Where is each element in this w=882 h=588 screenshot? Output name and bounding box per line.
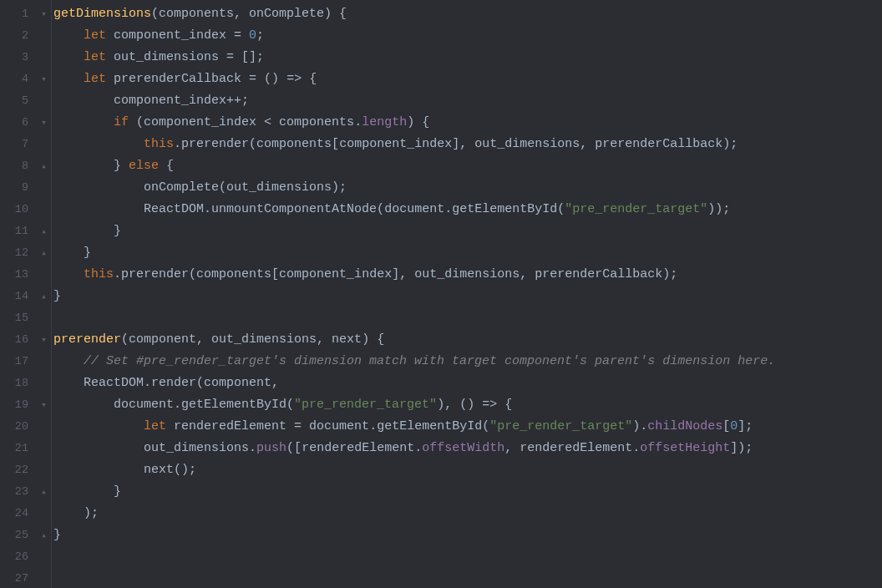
line-number: 26 <box>0 546 37 568</box>
fold-toggle-icon[interactable]: ▾ <box>37 3 51 25</box>
line-number: 12 <box>0 242 37 264</box>
line-number: 25 <box>0 525 37 546</box>
code-line[interactable]: } <box>53 525 882 546</box>
code-line[interactable]: } <box>53 242 882 264</box>
line-number: 9 <box>0 177 37 199</box>
code-line[interactable]: this.prerender(components[component_inde… <box>53 134 882 155</box>
code-line[interactable]: } <box>53 481 882 503</box>
fold-toggle-icon <box>37 307 51 329</box>
line-number: 15 <box>0 307 37 329</box>
line-number: 24 <box>0 503 37 525</box>
line-number: 14 <box>0 286 37 307</box>
code-line[interactable] <box>53 568 882 588</box>
code-editor[interactable]: 1 2 3 4 5 6 7 8 9 10 11 12 13 14 15 16 1… <box>0 0 882 588</box>
code-line[interactable]: } else { <box>53 155 882 177</box>
fold-toggle-icon <box>37 47 51 68</box>
fold-toggle-icon[interactable]: ▾ <box>37 68 51 90</box>
line-number: 19 <box>0 394 37 416</box>
code-line[interactable]: getDimensions(components, onComplete) { <box>53 3 882 25</box>
line-number: 18 <box>0 373 37 394</box>
line-number: 22 <box>0 459 37 481</box>
line-number-gutter: 1 2 3 4 5 6 7 8 9 10 11 12 13 14 15 16 1… <box>0 0 37 588</box>
line-number: 16 <box>0 329 37 351</box>
line-number: 27 <box>0 568 37 588</box>
code-line[interactable]: ReactDOM.unmountComponentAtNode(document… <box>53 199 882 220</box>
code-area[interactable]: getDimensions(components, onComplete) { … <box>52 0 882 588</box>
fold-toggle-icon <box>37 459 51 481</box>
code-line[interactable] <box>53 307 882 329</box>
fold-toggle-icon <box>37 503 51 525</box>
code-line[interactable]: if (component_index < components.length)… <box>53 112 882 134</box>
fold-toggle-icon <box>37 90 51 112</box>
line-number: 4 <box>0 68 37 90</box>
line-number: 6 <box>0 112 37 134</box>
line-number: 3 <box>0 47 37 68</box>
line-number: 8 <box>0 155 37 177</box>
line-number: 10 <box>0 199 37 220</box>
code-line[interactable]: this.prerender(components[component_inde… <box>53 264 882 286</box>
line-number: 7 <box>0 134 37 155</box>
fold-toggle-icon <box>37 438 51 459</box>
code-line[interactable]: ReactDOM.render(component, <box>53 373 882 394</box>
fold-toggle-icon <box>37 199 51 220</box>
line-number: 21 <box>0 438 37 459</box>
fold-toggle-icon <box>37 25 51 47</box>
line-number: 17 <box>0 351 37 373</box>
code-line[interactable]: document.getElementById("pre_render_targ… <box>53 394 882 416</box>
code-line[interactable]: let prerenderCallback = () => { <box>53 68 882 90</box>
code-line[interactable]: } <box>53 220 882 242</box>
fold-toggle-icon[interactable]: ▴ <box>37 286 51 307</box>
fold-toggle-icon[interactable]: ▴ <box>37 481 51 503</box>
code-line[interactable]: ); <box>53 503 882 525</box>
fold-toggle-icon <box>37 264 51 286</box>
fold-toggle-icon[interactable]: ▴ <box>37 155 51 177</box>
fold-toggle-icon <box>37 416 51 438</box>
fold-toggle-icon[interactable]: ▴ <box>37 220 51 242</box>
fold-toggle-icon <box>37 177 51 199</box>
code-line[interactable]: onComplete(out_dimensions); <box>53 177 882 199</box>
code-line[interactable]: prerender(component, out_dimensions, nex… <box>53 329 882 351</box>
code-line[interactable]: component_index++; <box>53 90 882 112</box>
fold-toggle-icon[interactable]: ▴ <box>37 525 51 546</box>
code-line[interactable]: let renderedElement = document.getElemen… <box>53 416 882 438</box>
line-number: 20 <box>0 416 37 438</box>
fold-gutter: ▾ ▾ ▾ ▴ ▴ ▴ ▴ ▾ ▾ ▴ ▴ <box>37 0 52 588</box>
fold-toggle-icon <box>37 546 51 568</box>
code-line[interactable]: let component_index = 0; <box>53 25 882 47</box>
code-line[interactable]: } <box>53 286 882 307</box>
code-line[interactable]: out_dimensions.push([renderedElement.off… <box>53 438 882 459</box>
fold-toggle-icon <box>37 134 51 155</box>
fold-toggle-icon <box>37 568 51 588</box>
line-number: 5 <box>0 90 37 112</box>
code-line[interactable]: // Set #pre_render_target's dimension ma… <box>53 351 882 373</box>
fold-toggle-icon[interactable]: ▾ <box>37 394 51 416</box>
line-number: 13 <box>0 264 37 286</box>
line-number: 1 <box>0 3 37 25</box>
fold-toggle-icon[interactable]: ▾ <box>37 329 51 351</box>
line-number: 2 <box>0 25 37 47</box>
code-line[interactable]: next(); <box>53 459 882 481</box>
fold-toggle-icon <box>37 373 51 394</box>
fold-toggle-icon <box>37 351 51 373</box>
fold-toggle-icon[interactable]: ▾ <box>37 112 51 134</box>
code-line[interactable]: let out_dimensions = []; <box>53 47 882 68</box>
fold-toggle-icon[interactable]: ▴ <box>37 242 51 264</box>
line-number: 23 <box>0 481 37 503</box>
line-number: 11 <box>0 220 37 242</box>
code-line[interactable] <box>53 546 882 568</box>
